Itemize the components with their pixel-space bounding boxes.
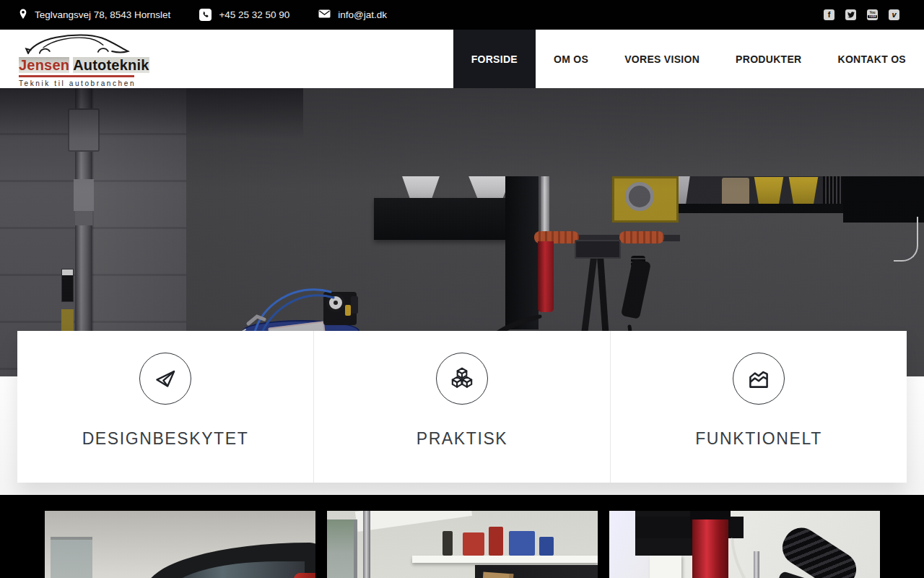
- gallery-section: JAT: [0, 495, 924, 578]
- social-links: f YouTube v: [824, 9, 899, 20]
- nav-om-os[interactable]: OM OS: [536, 30, 606, 88]
- red-cylinder: [692, 519, 728, 578]
- map-pin-icon: [19, 9, 27, 22]
- paper-plane-icon: [152, 365, 179, 392]
- nav-forside[interactable]: FORSIDE: [453, 30, 536, 88]
- address-text: Teglvangsvej 78, 8543 Hornslet: [35, 9, 170, 20]
- feature-title: DESIGNBESKYTET: [82, 429, 249, 449]
- topbar-address: Teglvangsvej 78, 8543 Hornslet: [19, 9, 170, 22]
- feature-circle: [733, 353, 785, 405]
- feature-funktionelt: FUNKTIONELT: [610, 331, 907, 483]
- nav-kontakt-os[interactable]: KONTAKT OS: [819, 30, 924, 88]
- topbar: Teglvangsvej 78, 8543 Hornslet +45 25 32…: [0, 0, 924, 30]
- phone-text: +45 25 32 50 90: [219, 9, 289, 20]
- blue-part: [509, 531, 535, 556]
- envelope-icon: [318, 9, 331, 20]
- logo[interactable]: Jensen Autoteknik Teknik til autobranche…: [19, 30, 143, 88]
- door-track-pole: [363, 511, 370, 578]
- main-nav: FORSIDE OM OS VORES VISION PRODUKTER KON…: [453, 30, 924, 88]
- red-part: [489, 527, 503, 556]
- logo-tagline: Teknik til autobranchen: [19, 79, 143, 87]
- metal-rod: [754, 551, 759, 578]
- white-shelf: [412, 556, 598, 563]
- phone-icon: [199, 9, 212, 21]
- feature-title: PRAKTISK: [417, 429, 508, 449]
- topbar-email: info@jat.dk: [318, 9, 387, 20]
- feature-circle: [139, 353, 191, 405]
- feature-praktisk: PRAKTISK: [313, 331, 610, 483]
- site-header: Jensen Autoteknik Teknik til autobranche…: [0, 30, 924, 88]
- logo-underline: [19, 75, 134, 77]
- white-block: [650, 556, 681, 578]
- cubes-icon: [448, 365, 476, 392]
- area-chart-icon: [745, 365, 772, 392]
- gallery-photo-equipment[interactable]: [609, 511, 880, 578]
- topbar-phone: +45 25 32 50 90: [199, 9, 289, 21]
- red-part: [463, 532, 484, 556]
- youtube-icon[interactable]: YouTube: [867, 9, 878, 20]
- vimeo-icon[interactable]: v: [889, 9, 899, 20]
- feature-title: FUNKTIONELT: [695, 429, 822, 449]
- nav-vores-vision[interactable]: VORES VISION: [606, 30, 718, 88]
- email-text: info@jat.dk: [338, 9, 387, 20]
- twitter-icon[interactable]: [845, 9, 856, 20]
- feature-circle: [436, 353, 488, 405]
- ceiling-edge: [355, 511, 472, 532]
- nav-produkter[interactable]: PRODUKTER: [718, 30, 819, 88]
- gallery-photo-car[interactable]: [45, 511, 315, 578]
- feature-cards: DESIGNBESKYTET PRAKTISK: [17, 331, 907, 483]
- shelf-bottle: [443, 531, 453, 556]
- feature-designbeskytet: DESIGNBESKYTET: [17, 331, 313, 483]
- car-taillight: [293, 573, 315, 578]
- blue-part: [539, 537, 554, 556]
- glass-partition: [51, 537, 92, 578]
- facebook-icon[interactable]: f: [824, 9, 834, 20]
- gallery-photo-shelves[interactable]: JAT: [327, 511, 598, 578]
- workshop-window: [327, 519, 357, 578]
- logo-wordmark: Jensen Autoteknik: [19, 57, 143, 74]
- nozzle-head: [776, 521, 863, 578]
